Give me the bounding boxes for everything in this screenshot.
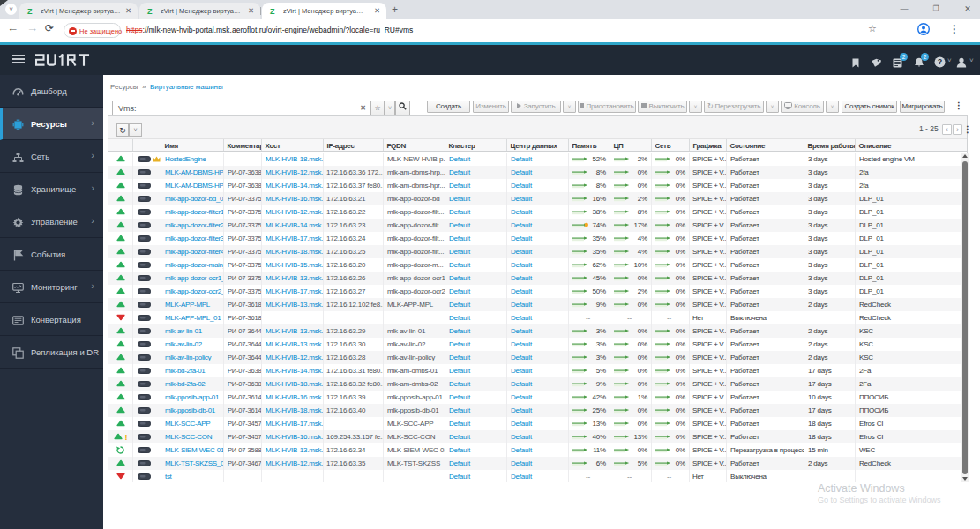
svg-text:?: ? [938, 57, 943, 66]
